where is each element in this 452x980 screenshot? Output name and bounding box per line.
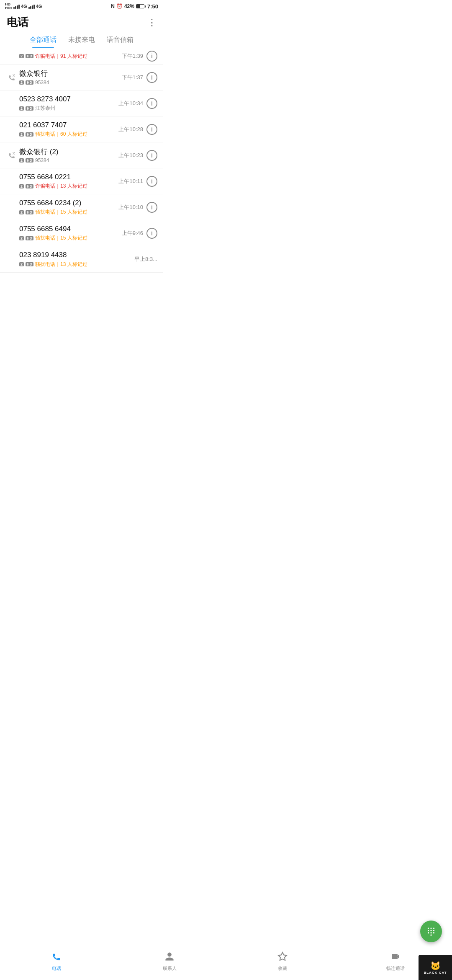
call-label-1: 95384 [35, 80, 49, 85]
battery-icon [136, 4, 146, 8]
call-info-1: 微众银行 2 HD 95384 [18, 69, 122, 85]
call-time-area-4: 上午10:23 i [118, 150, 157, 161]
call-sub-2: 2 HD 江苏泰州 [19, 105, 118, 112]
carrier1-label: HDHD₂ [5, 3, 12, 10]
network-type-1: 4G [21, 4, 27, 9]
call-time-1: 下午1:37 [122, 74, 143, 81]
badge-2-5: 2 [19, 184, 24, 188]
call-sub-8: 2 HD 骚扰电话｜13 人标记过 [19, 261, 134, 268]
tab-all-calls[interactable]: 全部通话 [30, 36, 56, 48]
page-title: 电话 [7, 15, 28, 30]
network-type-2: 4G [36, 4, 42, 9]
call-time-area-2: 上午10:34 i [118, 98, 157, 109]
page-header: 电话 ⋮ [0, 12, 163, 33]
status-left: HDHD₂ 4G 4G [5, 3, 42, 10]
call-row-3[interactable]: 021 6037 7407 2 HD 骚扰电话｜60 人标记过 上午10:28 … [0, 116, 163, 142]
call-sub-1: 2 HD 95384 [19, 80, 122, 85]
partial-call-row[interactable]: 2 HD 诈骗电话｜91 人标记过 下午1:39 i [0, 48, 163, 64]
call-time-6: 上午10:10 [118, 204, 143, 211]
partial-info-button[interactable]: i [146, 51, 157, 62]
info-button-7[interactable]: i [146, 228, 157, 239]
tab-missed-calls[interactable]: 未接来电 [68, 36, 95, 48]
call-label-8: 骚扰电话｜13 人标记过 [35, 261, 87, 268]
badge-hd-2: HD [26, 106, 33, 111]
call-info-3: 021 6037 7407 2 HD 骚扰电话｜60 人标记过 [18, 121, 118, 138]
info-button-4[interactable]: i [146, 150, 157, 161]
call-time-area-7: 上午9:46 i [122, 228, 157, 239]
call-time-area-5: 上午10:11 i [118, 176, 157, 187]
call-time-2: 上午10:34 [118, 100, 143, 107]
info-button-1[interactable]: i [146, 72, 157, 83]
call-name-8: 023 8919 4438 [19, 250, 134, 260]
status-bar: HDHD₂ 4G 4G N ⏰ 42% 7:50 [0, 0, 163, 12]
call-info-6: 0755 6684 0234 (2) 2 HD 骚扰电话｜15 人标记过 [18, 199, 118, 216]
outgoing-icon-4 [6, 152, 18, 159]
time-display: 7:50 [147, 3, 158, 10]
call-sub-4: 2 HD 95384 [19, 157, 118, 163]
call-row-5[interactable]: 0755 6684 0221 2 HD 诈骗电话｜13 人标记过 上午10:11… [0, 168, 163, 194]
partial-call-time: 下午1:39 [122, 52, 143, 60]
call-row-4[interactable]: 微众银行 (2) 2 HD 95384 上午10:23 i [0, 142, 163, 168]
call-sub-5: 2 HD 诈骗电话｜13 人标记过 [19, 183, 118, 190]
info-button-2[interactable]: i [146, 98, 157, 109]
badge-2-8: 2 [19, 262, 24, 266]
call-time-4: 上午10:23 [118, 152, 143, 159]
call-name-7: 0755 6685 6494 [19, 224, 122, 234]
info-button-5[interactable]: i [146, 176, 157, 187]
call-sub-7: 2 HD 骚扰电话｜15 人标记过 [19, 235, 122, 242]
call-info-5: 0755 6684 0221 2 HD 诈骗电话｜13 人标记过 [18, 173, 118, 190]
badge-hd: HD [26, 54, 33, 58]
badge-2-7: 2 [19, 236, 24, 240]
alarm-icon: ⏰ [116, 3, 123, 9]
call-name-6: 0755 6684 0234 (2) [19, 199, 118, 208]
status-right: N ⏰ 42% 7:50 [111, 3, 158, 10]
badge-hd-5: HD [26, 184, 33, 188]
badge-2-3: 2 [19, 132, 24, 137]
badge-hd-6: HD [26, 210, 33, 214]
call-label-5: 诈骗电话｜13 人标记过 [35, 183, 87, 190]
call-label-6: 骚扰电话｜15 人标记过 [35, 209, 87, 216]
call-row-7[interactable]: 0755 6685 6494 2 HD 骚扰电话｜15 人标记过 上午9:46 … [0, 220, 163, 246]
info-button-3[interactable]: i [146, 124, 157, 135]
call-name-5: 0755 6684 0221 [19, 173, 118, 182]
badge-hd-4: HD [26, 158, 33, 162]
call-time-3: 上午10:28 [118, 126, 143, 133]
battery-percent: 42% [124, 3, 134, 9]
tab-bar: 全部通话 未接来电 语音信箱 [0, 33, 163, 48]
badge-hd-7: HD [26, 236, 33, 240]
call-name-1: 微众银行 [19, 69, 122, 78]
badge-hd-3: HD [26, 132, 33, 137]
call-time-7: 上午9:46 [122, 230, 143, 237]
call-info-8: 023 8919 4438 2 HD 骚扰电话｜13 人标记过 [18, 250, 134, 268]
menu-button[interactable]: ⋮ [147, 17, 157, 28]
call-time-area-1: 下午1:37 i [122, 72, 157, 83]
info-button-6[interactable]: i [146, 202, 157, 213]
badge-hd-8: HD [26, 262, 33, 266]
call-label-3: 骚扰电话｜60 人标记过 [35, 131, 87, 138]
call-info-7: 0755 6685 6494 2 HD 骚扰电话｜15 人标记过 [18, 224, 122, 242]
badge-2-6: 2 [19, 210, 24, 214]
call-row-8[interactable]: 023 8919 4438 2 HD 骚扰电话｜13 人标记过 早上8:3... [0, 246, 163, 272]
badge-2-4: 2 [19, 158, 24, 162]
signal-bars-1 [13, 4, 20, 9]
call-list: 2 HD 诈骗电话｜91 人标记过 下午1:39 i 微众银行 2 HD 953… [0, 48, 163, 327]
call-time-8: 早上8:3... [134, 255, 157, 263]
call-row-1[interactable]: 微众银行 2 HD 95384 下午1:37 i [0, 64, 163, 90]
tab-voicemail[interactable]: 语音信箱 [107, 36, 134, 48]
call-label-7: 骚扰电话｜15 人标记过 [35, 235, 87, 242]
call-row-6[interactable]: 0755 6684 0234 (2) 2 HD 骚扰电话｜15 人标记过 上午1… [0, 194, 163, 220]
badge-hd-1: HD [26, 80, 33, 85]
call-name-4: 微众银行 (2) [19, 147, 118, 157]
badge-2-1: 2 [19, 80, 24, 85]
nfc-icon: N [111, 3, 115, 9]
call-time-5: 上午10:11 [118, 178, 143, 185]
badge-2-2: 2 [19, 106, 24, 111]
call-info-2: 0523 8273 4007 2 HD 江苏泰州 [18, 95, 118, 112]
outgoing-icon-1 [6, 74, 18, 81]
call-label-4: 95384 [35, 157, 49, 163]
partial-time-area: 下午1:39 i [122, 51, 157, 62]
call-row-2[interactable]: 0523 8273 4007 2 HD 江苏泰州 上午10:34 i [0, 90, 163, 116]
call-name-2: 0523 8273 4007 [19, 95, 118, 104]
signal-bars-2 [28, 4, 35, 9]
call-time-area-6: 上午10:10 i [118, 202, 157, 213]
